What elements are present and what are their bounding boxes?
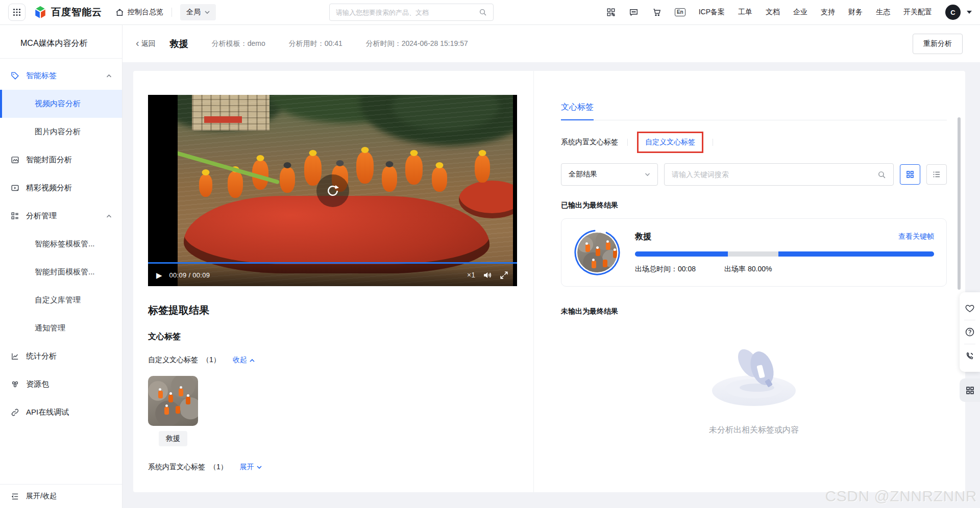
widget-collapse-button[interactable] [960, 378, 980, 402]
sidebar-item-resource-packages[interactable]: 资源包 [0, 370, 122, 398]
contact-button[interactable] [960, 344, 980, 368]
nav-link-enterprise[interactable]: 企业 [793, 8, 807, 17]
replay-button[interactable] [316, 174, 349, 207]
global-search [329, 4, 494, 21]
question-icon [965, 327, 975, 337]
nav-link-tickets[interactable]: 工单 [738, 8, 752, 17]
sidebar-item-label: API在线调试 [26, 408, 69, 417]
view-keyframes-link[interactable]: 查看关键帧 [898, 232, 934, 241]
tag-avatar [574, 229, 621, 276]
back-button[interactable]: ‹ 返回 [136, 39, 156, 48]
grid-view-button[interactable] [900, 164, 920, 185]
sidebar-item-smart-tags[interactable]: 智能标签 [0, 62, 122, 90]
scrollbar-thumb[interactable] [958, 117, 961, 290]
chevron-up-icon [106, 74, 112, 78]
tag-chip[interactable]: 救援 [159, 431, 187, 446]
playback-speed-button[interactable]: ×1 [467, 271, 475, 279]
volume-icon [482, 270, 492, 280]
nav-link-icp[interactable]: ICP备案 [699, 8, 725, 17]
back-chevron-icon: ‹ [136, 38, 139, 48]
chevron-down-icon [645, 173, 650, 176]
heart-icon [965, 303, 975, 313]
search-icon[interactable] [479, 8, 487, 16]
keyframe-thumbnail[interactable] [148, 376, 198, 426]
person [280, 167, 295, 193]
sidebar-item-smart-tag-template-mgmt[interactable]: 智能标签模板管... [0, 230, 122, 258]
nav-link-support[interactable]: 支持 [821, 8, 835, 17]
sidebar-item-highlight-video-analysis[interactable]: 精彩视频分析 [0, 174, 122, 202]
sidebar-item-notification-mgmt[interactable]: 通知管理 [0, 314, 122, 342]
subtab-custom-tags[interactable]: 自定义文心标签 [645, 138, 695, 146]
list-view-button[interactable] [926, 164, 947, 185]
empty-illustration-icon [703, 334, 805, 410]
volume-button[interactable] [482, 270, 492, 280]
keyword-search-input[interactable] [672, 170, 877, 179]
chart-icon [11, 352, 19, 361]
global-search-input[interactable] [336, 9, 479, 16]
sidebar-item-video-content-analysis[interactable]: 视频内容分析 [0, 90, 122, 118]
tab-wenxin-tags[interactable]: 文心标签 [561, 102, 594, 120]
collapse-link[interactable]: 收起 [233, 355, 255, 365]
appearance-rate: 出场率 80.00% [724, 265, 772, 274]
play-button[interactable]: ▶ [156, 271, 162, 279]
result-filter-select[interactable]: 全部结果 [561, 163, 658, 186]
nav-link-switch-config[interactable]: 开关配置 [903, 8, 932, 17]
favorite-button[interactable] [960, 296, 980, 320]
appearance-duration: 出场总时间：00:08 [635, 265, 696, 274]
filter-controls: 全部结果 [561, 163, 947, 186]
sidebar-item-custom-library-mgmt[interactable]: 自定义库管理 [0, 286, 122, 314]
language-icon[interactable]: En [675, 8, 685, 16]
page-header: ‹ 返回 救援 分析模板：demo 分析用时：00:41 分析时间：2024-0… [122, 25, 980, 62]
page: 百度智能云 控制台总览 全局 En ICP备案 工单 文档 企业 支持 财务 生… [0, 0, 980, 508]
video-icon [11, 184, 19, 192]
system-tag-row: 系统内置文心标签 （1） 展开 [148, 463, 518, 472]
appearance-timeline[interactable] [635, 251, 934, 257]
scope-selector[interactable]: 全局 [180, 4, 216, 20]
fullscreen-button[interactable] [499, 270, 509, 280]
custom-tag-count: （1） [202, 355, 220, 365]
wenxin-tag-group-heading: 文心标签 [148, 332, 518, 342]
sidebar-item-statistics[interactable]: 统计分析 [0, 342, 122, 370]
nav-link-ecosystem[interactable]: 生态 [876, 8, 890, 17]
video-player[interactable]: ▶ 00:09 / 00:09 ×1 [148, 95, 517, 286]
search-icon[interactable] [877, 170, 886, 179]
brand-logo[interactable]: 百度智能云 [34, 6, 102, 19]
right-column: 文心标签 系统内置文心标签 自定义文心标签 全部结果 [534, 71, 965, 492]
user-avatar[interactable]: C [945, 5, 961, 20]
person [199, 174, 212, 197]
custom-tag-row: 自定义文心标签 （1） 收起 [148, 355, 518, 365]
reanalyze-button[interactable]: 重新分析 [913, 34, 963, 54]
tag-result-stats: 出场总时间：00:08 出场率 80.00% [635, 265, 934, 274]
sidebar-collapse-toggle[interactable]: 展开/收起 [0, 484, 122, 508]
message-icon[interactable] [629, 8, 639, 17]
qr-code-icon[interactable] [606, 8, 616, 17]
grid-view-icon [906, 170, 914, 179]
tag-result-title: 救援 [635, 232, 651, 242]
sidebar-item-image-content-analysis[interactable]: 图片内容分析 [0, 118, 122, 146]
empty-state: 未分析出相关标签或内容 [561, 334, 947, 436]
sidebar-item-analysis-management[interactable]: 分析管理 [0, 202, 122, 230]
empty-state-text: 未分析出相关标签或内容 [561, 425, 947, 436]
nav-link-finance[interactable]: 财务 [848, 8, 863, 17]
console-overview-link[interactable]: 控制台总览 [115, 8, 163, 17]
expand-link[interactable]: 展开 [240, 463, 262, 472]
app-grid-button[interactable] [8, 4, 26, 21]
help-button[interactable] [960, 320, 980, 344]
nav-link-docs[interactable]: 文档 [766, 8, 780, 17]
home-icon [115, 8, 124, 17]
sidebar-title: MCA媒体内容分析 [0, 25, 122, 58]
sidebar-item-smart-cover-template-mgmt[interactable]: 智能封面模板管... [0, 258, 122, 286]
grid-icon [966, 386, 974, 395]
foliage [270, 95, 423, 123]
subtab-system-tags[interactable]: 系统内置文心标签 [561, 138, 618, 147]
sidebar-item-label: 分析管理 [26, 211, 57, 221]
foliage [178, 95, 285, 131]
brand-name: 百度智能云 [51, 6, 102, 19]
floating-toolbar [960, 292, 980, 372]
user-menu-caret-icon[interactable] [967, 11, 972, 14]
cart-icon[interactable] [652, 8, 662, 17]
sidebar-item-api-debug[interactable]: API在线调试 [0, 398, 122, 426]
subtabs-row: 系统内置文心标签 自定义文心标签 [561, 132, 947, 153]
sidebar-item-smart-cover-analysis[interactable]: 智能封面分析 [0, 146, 122, 174]
sidebar-nav: 智能标签 视频内容分析 图片内容分析 智能封面分析 精彩视频分析 分析管理 智能… [0, 62, 122, 484]
